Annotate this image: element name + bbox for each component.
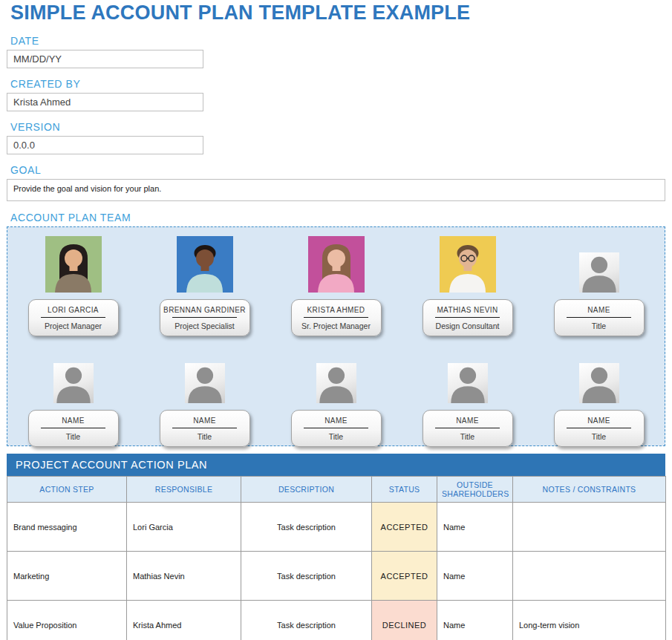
- member-title: Project Specialist: [163, 321, 247, 330]
- goal-label: GOAL: [10, 164, 665, 176]
- member-photo: [579, 363, 619, 403]
- date-label: DATE: [10, 35, 665, 47]
- member-name: MATHIAS NEVIN: [426, 306, 509, 314]
- member-card: NAME Title: [423, 410, 513, 447]
- member-card: BRENNAN GARDINER Project Specialist: [160, 299, 250, 336]
- column-header-responsible: RESPONSIBLE: [127, 477, 241, 503]
- column-header-action-step: ACTION STEP: [7, 477, 127, 503]
- member-card: LORI GARCIA Project Manager: [28, 299, 119, 336]
- member-name: NAME: [163, 417, 247, 425]
- member-card: NAME Title: [160, 410, 250, 447]
- member-title: Title: [426, 432, 509, 441]
- column-header-outside-shareholders: OUTSIDE SHAREHOLDERS: [437, 477, 513, 503]
- column-header-status: STATUS: [372, 477, 437, 503]
- member-divider: [435, 317, 500, 318]
- table-row: Brand messaging Lori Garcia Task descrip…: [7, 503, 666, 552]
- team-member: NAME Title: [402, 347, 533, 447]
- page-title: SIMPLE ACCOUNT PLAN TEMPLATE EXAMPLE: [10, 1, 665, 25]
- action-plan-table: ACTION STEP RESPONSIBLE DESCRIPTION STAT…: [7, 476, 666, 640]
- team-member: MATHIAS NEVIN Design Consultant: [402, 236, 533, 336]
- member-name: KRISTA AHMED: [295, 306, 378, 314]
- member-title: Title: [295, 432, 378, 441]
- notes-cell: [513, 552, 666, 601]
- member-divider: [304, 428, 368, 428]
- team-member: LORI GARCIA Project Manager: [7, 236, 139, 336]
- outside-shareholders-cell: Name: [437, 503, 513, 552]
- member-divider: [41, 428, 105, 428]
- responsible-cell: Krista Ahmed: [127, 601, 241, 640]
- team-member: NAME Title: [7, 347, 139, 447]
- member-photo: [448, 363, 488, 403]
- member-photo: [185, 363, 225, 403]
- member-card: NAME Title: [28, 410, 119, 447]
- member-title: Sr. Project Manager: [295, 321, 378, 330]
- version-input[interactable]: [7, 136, 203, 154]
- member-name: NAME: [295, 417, 378, 425]
- member-title: Title: [163, 432, 247, 441]
- member-photo: [308, 236, 365, 293]
- responsible-cell: Lori Garcia: [127, 503, 241, 552]
- created-by-label: CREATED BY: [10, 78, 665, 90]
- member-photo: [177, 236, 233, 293]
- member-name: NAME: [32, 417, 115, 425]
- member-divider: [172, 428, 237, 428]
- team-member: NAME Title: [533, 347, 665, 447]
- team-grid: LORI GARCIA Project Manager BRENNAN GARD…: [7, 236, 665, 447]
- team-box: LORI GARCIA Project Manager BRENNAN GARD…: [7, 226, 665, 446]
- team-member: NAME Title: [533, 236, 665, 336]
- member-name: LORI GARCIA: [32, 306, 115, 314]
- member-title: Design Consultant: [426, 321, 509, 330]
- member-card: MATHIAS NEVIN Design Consultant: [423, 299, 513, 336]
- team-section-label: ACCOUNT PLAN TEAM: [10, 212, 665, 223]
- date-input[interactable]: [7, 50, 203, 68]
- member-divider: [567, 317, 631, 318]
- responsible-cell: Mathias Nevin: [127, 552, 241, 601]
- status-badge: ACCEPTED: [372, 503, 437, 552]
- column-header-notes: NOTES / CONSTRAINTS: [513, 477, 666, 503]
- team-member: KRISTA AHMED Sr. Project Manager: [270, 236, 402, 336]
- column-header-description: DESCRIPTION: [241, 477, 372, 503]
- member-title: Title: [32, 432, 115, 441]
- team-member: NAME Title: [139, 347, 270, 447]
- member-card: NAME Title: [291, 410, 382, 447]
- team-member: BRENNAN GARDINER Project Specialist: [139, 236, 270, 336]
- member-photo: [440, 236, 496, 293]
- status-badge: DECLINED: [372, 601, 437, 640]
- outside-shareholders-cell: Name: [437, 601, 513, 640]
- account-plan-page: SIMPLE ACCOUNT PLAN TEMPLATE EXAMPLE DAT…: [0, 1, 672, 640]
- created-by-input[interactable]: [7, 93, 203, 111]
- member-name: NAME: [558, 306, 641, 314]
- table-header-row: ACTION STEP RESPONSIBLE DESCRIPTION STAT…: [7, 477, 666, 503]
- version-label: VERSION: [10, 121, 665, 133]
- member-name: BRENNAN GARDINER: [163, 306, 247, 314]
- member-card: NAME Title: [554, 410, 645, 447]
- notes-cell: [513, 503, 666, 552]
- notes-cell: Long-term vision: [513, 601, 666, 640]
- description-cell: Task description: [241, 552, 372, 601]
- action-step-cell: Marketing: [7, 552, 127, 601]
- action-step-cell: Value Proposition: [7, 601, 127, 640]
- member-card: KRISTA AHMED Sr. Project Manager: [291, 299, 382, 336]
- member-divider: [172, 317, 237, 318]
- member-title: Project Manager: [32, 321, 115, 330]
- member-divider: [435, 428, 500, 428]
- member-photo: [579, 252, 619, 293]
- member-divider: [304, 317, 368, 318]
- description-cell: Task description: [241, 601, 372, 640]
- member-name: NAME: [426, 417, 509, 425]
- member-photo: [53, 363, 94, 403]
- member-title: Title: [558, 432, 641, 441]
- action-step-cell: Brand messaging: [7, 503, 127, 552]
- team-member: NAME Title: [270, 347, 402, 447]
- table-row: Marketing Mathias Nevin Task description…: [7, 552, 666, 601]
- member-divider: [567, 428, 631, 428]
- goal-field[interactable]: Provide the goal and vision for your pla…: [7, 179, 665, 201]
- member-photo: [316, 363, 356, 403]
- member-divider: [41, 317, 105, 318]
- action-plan-banner: PROJECT ACCOUNT ACTION PLAN: [7, 454, 665, 476]
- status-badge: ACCEPTED: [372, 552, 437, 601]
- table-row: Value Proposition Krista Ahmed Task desc…: [7, 601, 666, 640]
- outside-shareholders-cell: Name: [437, 552, 513, 601]
- member-name: NAME: [558, 417, 641, 425]
- member-photo: [45, 236, 102, 293]
